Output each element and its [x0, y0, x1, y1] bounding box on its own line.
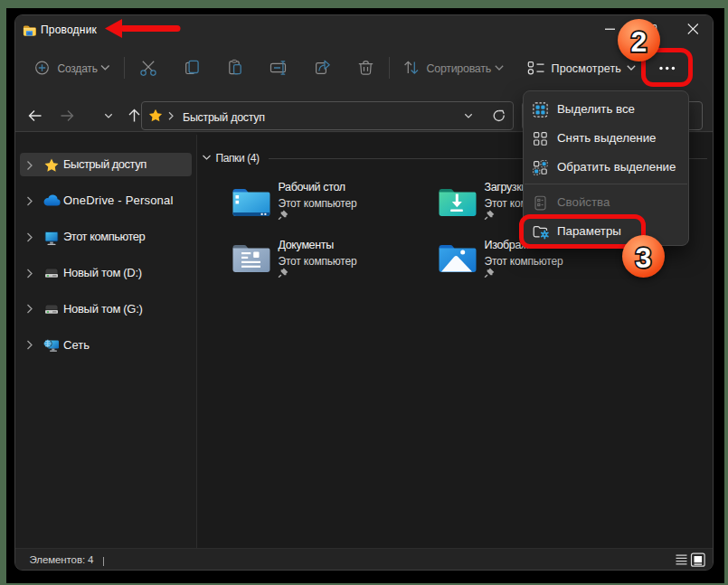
svg-text:2: 2: [631, 25, 648, 58]
svg-text:3: 3: [636, 241, 652, 274]
